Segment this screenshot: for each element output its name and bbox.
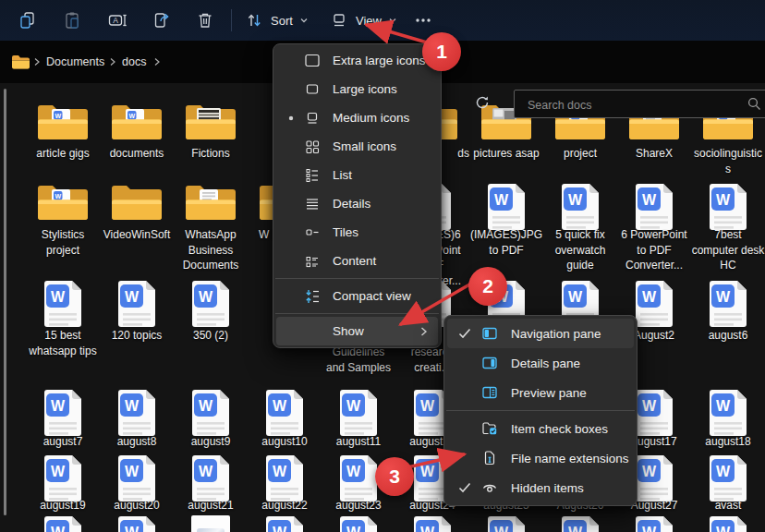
- show-submenu-item-file-name-extensions[interactable]: File name extensions: [447, 443, 634, 473]
- word-document-icon: W: [337, 454, 380, 502]
- breadcrumb-item-documents[interactable]: Documents: [46, 41, 104, 83]
- menu-item-label: Details pane: [511, 357, 634, 370]
- svg-text:W: W: [642, 192, 657, 208]
- view-menu-item-compact-view[interactable]: Compact view: [276, 282, 438, 310]
- word-document-icon: W: [707, 280, 749, 328]
- file-label: Stylistics project: [26, 227, 100, 258]
- svg-text:W: W: [125, 398, 140, 414]
- details-view-icon: [302, 195, 322, 213]
- rename-button[interactable]: A: [103, 8, 132, 32]
- file-label: august7: [26, 434, 100, 450]
- view-menu-item-extra-large-icons[interactable]: Extra large icons: [276, 46, 438, 75]
- checkmark-icon: [457, 482, 472, 493]
- menu-item-label: Item check boxes: [511, 422, 634, 436]
- item-check-boxes-icon: [480, 419, 500, 438]
- view-button[interactable]: View: [329, 8, 397, 32]
- word-document-icon: W: [633, 515, 675, 532]
- file-label: august8: [100, 434, 174, 450]
- copy-icon: [17, 9, 39, 31]
- svg-text:W: W: [128, 113, 135, 119]
- paste-button[interactable]: [57, 8, 87, 32]
- file-label: VideoWinSoft: [100, 227, 174, 243]
- delete-icon: [194, 9, 216, 31]
- vertical-scrollbar[interactable]: [4, 89, 6, 515]
- file-label: august11: [322, 434, 395, 450]
- show-submenu-item-hidden-items[interactable]: Hidden items: [447, 473, 634, 502]
- view-menu-item-content[interactable]: Content: [276, 247, 438, 275]
- sort-button[interactable]: Sort: [244, 8, 309, 32]
- refresh-button[interactable]: [470, 93, 494, 112]
- paste-icon: [61, 9, 83, 31]
- file-label: WhatsApp Business Documents: [174, 227, 248, 273]
- menu-item-label: Content: [333, 254, 438, 268]
- view-menu-item-tiles[interactable]: Tiles: [276, 218, 438, 247]
- word-document-icon: W: [633, 280, 675, 328]
- view-menu-item-medium-icons[interactable]: Medium icons: [276, 103, 438, 132]
- word-document-icon: W: [707, 183, 749, 231]
- view-menu-item-details[interactable]: Details: [276, 189, 438, 218]
- menu-item-label: Tiles: [333, 225, 438, 239]
- view-menu-item-list[interactable]: List: [276, 161, 438, 189]
- file-label: Guidelines and Samples: [322, 345, 395, 375]
- menu-separator: [446, 410, 635, 411]
- word-document-icon: W: [115, 389, 158, 437]
- callout-badge-1: 1: [422, 32, 461, 71]
- view-menu-item-small-icons[interactable]: Small icons: [276, 132, 438, 161]
- word-document-icon: W: [485, 183, 528, 231]
- svg-text:W: W: [420, 464, 435, 479]
- delete-button[interactable]: [190, 8, 220, 32]
- word-document-icon: W: [559, 183, 601, 231]
- word-document-icon: W: [42, 454, 84, 502]
- svg-text:W: W: [199, 289, 213, 305]
- svg-text:W: W: [125, 464, 140, 479]
- svg-text:W: W: [716, 525, 731, 532]
- content-view-icon: [302, 252, 322, 271]
- folder-icon: W: [36, 183, 90, 225]
- menu-item-label: Preview pane: [511, 386, 634, 400]
- menu-separator: [275, 278, 439, 279]
- file-label: 5 quick fix overwatch guide: [543, 227, 617, 273]
- folder-icon: [11, 41, 30, 83]
- see-more-button[interactable]: [408, 8, 438, 32]
- menu-item-label: Details: [333, 197, 438, 211]
- file-label: (IMAGES)JPG to PDF: [469, 227, 543, 258]
- breadcrumb-item-docs[interactable]: docs: [122, 41, 146, 83]
- share-button[interactable]: [147, 8, 176, 32]
- search-input[interactable]: [526, 91, 742, 119]
- breadcrumb-chevron: [109, 41, 116, 83]
- file-label: august22: [248, 498, 322, 514]
- show-submenu-item-navigation-pane[interactable]: Navigation pane: [447, 319, 634, 348]
- view-menu-item-show[interactable]: Show: [276, 317, 438, 345]
- svg-text:W: W: [642, 289, 657, 305]
- word-document-icon: W: [633, 183, 675, 231]
- svg-text:W: W: [716, 192, 731, 208]
- menu-item-label: Compact view: [333, 289, 438, 303]
- folder-icon: [184, 103, 237, 145]
- show-submenu-item-item-check-boxes[interactable]: Item check boxes: [447, 414, 634, 443]
- toolbar: A: [0, 0, 765, 41]
- callout-badge-2: 2: [468, 267, 507, 306]
- file-label: 15 best whatsapp tips: [26, 328, 100, 358]
- show-submenu-item-preview-pane[interactable]: Preview pane: [447, 378, 634, 407]
- svg-text:W: W: [346, 464, 361, 479]
- file-label: 6 PowerPoint to PDF Converter...: [617, 227, 691, 273]
- svg-text:W: W: [568, 289, 583, 305]
- ellipsis-icon: [411, 9, 435, 31]
- file-label: august19: [26, 498, 100, 514]
- copy-button[interactable]: [13, 8, 42, 32]
- file-label: 350 (2): [174, 328, 248, 344]
- svg-text:A: A: [113, 16, 118, 25]
- file-label: august23: [322, 498, 395, 514]
- show-submenu: Navigation pane Details pane Preview pan…: [443, 315, 638, 506]
- view-menu-item-large-icons[interactable]: Large icons: [276, 75, 438, 103]
- menu-item-label: File name extensions: [511, 452, 634, 466]
- svg-text:W: W: [199, 464, 213, 479]
- extra-large-icons-icon: [302, 52, 322, 70]
- word-document-icon: W: [559, 515, 601, 532]
- menu-item-label: List: [333, 168, 438, 182]
- view-label: View: [356, 14, 382, 28]
- word-document-icon: W: [411, 515, 454, 532]
- word-document-icon: W: [707, 515, 749, 532]
- show-submenu-item-details-pane[interactable]: Details pane: [447, 348, 634, 378]
- svg-text:W: W: [125, 289, 140, 305]
